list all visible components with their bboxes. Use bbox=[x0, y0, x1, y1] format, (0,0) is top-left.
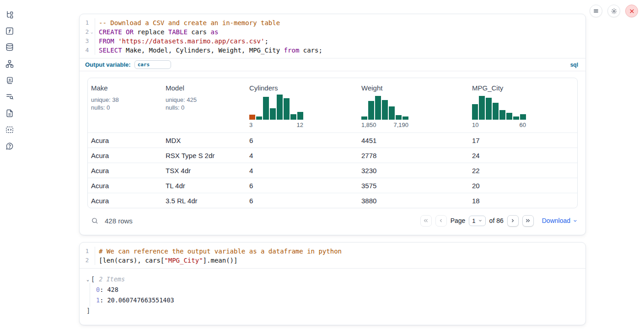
column-stats: unique: 425nulls: 0 bbox=[166, 96, 249, 111]
table-body: AcuraMDX6445117AcuraRSX Type S 2dr427782… bbox=[88, 132, 577, 208]
column-histogram[interactable]: 312 bbox=[249, 92, 361, 128]
first-page-button[interactable] bbox=[420, 215, 432, 227]
histogram-bar bbox=[249, 115, 255, 120]
line-gutter: 2 bbox=[80, 256, 95, 265]
column-header[interactable]: Makeunique: 38nulls: 0 bbox=[91, 84, 166, 128]
column-header[interactable]: Cylinders312 bbox=[249, 84, 361, 128]
tree-entry: 1: 20.060747663551403 bbox=[96, 295, 585, 306]
close-icon bbox=[629, 8, 635, 14]
line-gutter: 3 bbox=[80, 37, 95, 46]
output-variable-label: Output variable: bbox=[85, 61, 131, 68]
fold-chevron-icon bbox=[89, 46, 95, 55]
table-cell: 3.5 RL 4dr bbox=[166, 197, 249, 205]
scratchpad-icon[interactable] bbox=[5, 76, 14, 85]
collapse-chevron-icon[interactable]: ⌄ bbox=[86, 277, 89, 282]
table-cell: 22 bbox=[472, 167, 577, 174]
table-row[interactable]: Acura3.5 RL 4dr6388018 bbox=[88, 193, 577, 208]
output-variable-input[interactable] bbox=[134, 60, 171, 69]
code-text: [len(cars), cars["MPG_City"].mean()] bbox=[95, 256, 237, 265]
fold-chevron-icon[interactable]: ⌄ bbox=[89, 27, 95, 37]
file-explorer-icon[interactable] bbox=[5, 10, 14, 19]
settings-button[interactable] bbox=[607, 5, 620, 17]
sql-cell-output: Makeunique: 38nulls: 0Modelunique: 425nu… bbox=[80, 71, 585, 229]
table-cell: RSX Type S 2dr bbox=[166, 152, 249, 159]
code-line[interactable]: 1-- Download a CSV and create an in-memo… bbox=[80, 18, 585, 27]
shutdown-button[interactable] bbox=[625, 5, 638, 17]
column-histogram[interactable]: 1060 bbox=[472, 92, 577, 128]
sql-code-editor[interactable]: 1-- Download a CSV and create an in-memo… bbox=[80, 14, 585, 58]
dependency-graph-icon[interactable] bbox=[5, 59, 14, 69]
python-cell-output: ⌄ [ 2 Items 0: 4281: 20.060747663551403 … bbox=[80, 269, 585, 315]
table-cell: TSX 4dr bbox=[166, 167, 249, 174]
chevrons-left-icon bbox=[423, 218, 429, 223]
code-line[interactable]: 2[len(cars), cars["MPG_City"].mean()] bbox=[80, 256, 585, 265]
code-line[interactable]: 4SELECT Make, Model, Cylinders, Weight, … bbox=[80, 46, 585, 55]
fold-chevron-icon bbox=[89, 247, 95, 256]
datasources-icon[interactable] bbox=[5, 42, 14, 52]
chevron-right-icon bbox=[510, 218, 515, 223]
code-line[interactable]: 1# We can reference the output variable … bbox=[80, 247, 585, 256]
histogram-bar bbox=[270, 108, 276, 120]
line-gutter: 4 bbox=[80, 46, 95, 55]
table-cell: 3230 bbox=[361, 167, 472, 174]
table-cell: Acura bbox=[91, 137, 166, 144]
column-header[interactable]: Weight1,8507,190 bbox=[361, 84, 472, 128]
last-page-button[interactable] bbox=[522, 215, 534, 227]
hist-max-tick: 12 bbox=[297, 122, 303, 128]
page-label: Page bbox=[451, 217, 466, 224]
histogram-bar bbox=[263, 97, 269, 120]
helper-sidebar bbox=[0, 0, 20, 333]
snippets-icon[interactable] bbox=[5, 125, 14, 134]
column-name: MPG_City bbox=[472, 84, 577, 92]
code-line[interactable]: 3FROM 'https://datasets.marimo.app/cars.… bbox=[80, 37, 585, 46]
download-button[interactable]: Download bbox=[542, 217, 578, 224]
help-icon[interactable] bbox=[5, 142, 14, 151]
column-header[interactable]: MPG_City1060 bbox=[472, 84, 577, 128]
table-row[interactable]: AcuraTSX 4dr4323022 bbox=[88, 163, 577, 178]
table-cell: 4 bbox=[249, 152, 361, 159]
column-name: Make bbox=[91, 84, 166, 92]
tree-entries: 0: 4281: 20.060747663551403 bbox=[90, 283, 585, 307]
variables-icon[interactable] bbox=[5, 26, 14, 36]
documentation-icon[interactable] bbox=[5, 109, 14, 118]
previous-page-button[interactable] bbox=[435, 215, 447, 227]
page-select-value: 1 bbox=[472, 217, 475, 224]
table-cell: 24 bbox=[472, 152, 577, 159]
column-name: Model bbox=[166, 84, 249, 92]
histogram-bar bbox=[368, 101, 374, 120]
line-gutter: 2⌄ bbox=[80, 27, 95, 37]
code-line[interactable]: 2⌄CREATE OR replace TABLE cars as bbox=[80, 27, 585, 37]
sql-cell: 1-- Download a CSV and create an in-memo… bbox=[79, 14, 586, 235]
tree-entry: 0: 428 bbox=[96, 285, 585, 295]
histogram-bar bbox=[479, 96, 485, 120]
chevron-left-icon bbox=[438, 218, 444, 223]
next-page-button[interactable] bbox=[507, 215, 519, 227]
item-count: 2 Items bbox=[99, 275, 125, 283]
menu-button[interactable] bbox=[590, 5, 602, 17]
search-icon[interactable] bbox=[91, 217, 99, 225]
table-row[interactable]: AcuraMDX6445117 bbox=[88, 132, 577, 148]
table-header: Makeunique: 38nulls: 0Modelunique: 425nu… bbox=[88, 78, 577, 132]
python-cell: 1# We can reference the output variable … bbox=[79, 242, 586, 325]
table-cell: MDX bbox=[166, 137, 249, 144]
histogram-bar bbox=[375, 96, 381, 120]
column-header[interactable]: Modelunique: 425nulls: 0 bbox=[166, 84, 249, 128]
page-select[interactable]: 1 bbox=[469, 216, 485, 226]
histogram-bar bbox=[486, 98, 492, 120]
table-cell: 2778 bbox=[361, 152, 472, 159]
code-text: # We can reference the output variable a… bbox=[95, 247, 342, 256]
open-bracket: [ bbox=[91, 275, 95, 283]
table-cell: 6 bbox=[249, 197, 361, 205]
histogram-bar bbox=[513, 116, 519, 120]
logs-icon[interactable] bbox=[5, 92, 14, 101]
table-row[interactable]: AcuraRSX Type S 2dr4277824 bbox=[88, 148, 577, 163]
python-code-editor[interactable]: 1# We can reference the output variable … bbox=[80, 243, 585, 268]
table-cell: 4 bbox=[249, 167, 361, 174]
table-cell: 3880 bbox=[361, 197, 472, 205]
table-row[interactable]: AcuraTL 4dr6357520 bbox=[88, 178, 577, 193]
column-name: Weight bbox=[361, 84, 472, 92]
column-histogram[interactable]: 1,8507,190 bbox=[361, 92, 472, 128]
histogram-bar bbox=[389, 106, 395, 120]
table-cell: 6 bbox=[249, 182, 361, 190]
table-cell: 20 bbox=[472, 182, 577, 190]
